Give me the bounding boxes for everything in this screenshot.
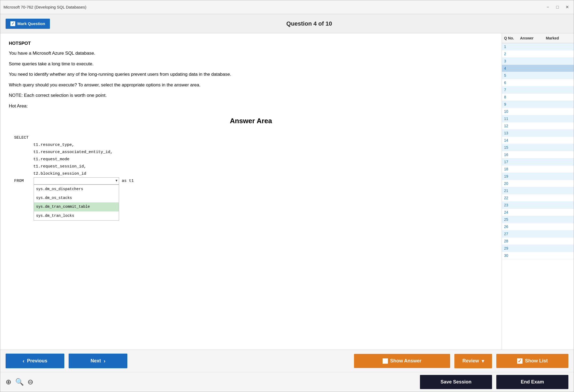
- sidebar-qno: 5: [504, 73, 520, 78]
- sidebar-marked: [546, 73, 572, 78]
- sidebar-row[interactable]: 2: [502, 50, 574, 58]
- sidebar-row[interactable]: 19: [502, 173, 574, 180]
- sidebar-row[interactable]: 5: [502, 72, 574, 79]
- zoom-controls: ⊕ 🔍 ⊖: [6, 378, 33, 386]
- review-label: Review: [462, 358, 479, 364]
- sidebar-answer: [520, 131, 546, 135]
- titlebar-controls: − □ ✕: [544, 4, 571, 11]
- mark-question-button[interactable]: Mark Question: [6, 19, 50, 29]
- sidebar-qno: 16: [504, 153, 520, 157]
- dropdown-option[interactable]: sys.dm_tran_commit_table: [34, 202, 119, 211]
- sidebar-answer: [520, 59, 546, 63]
- sidebar-qno: 23: [504, 203, 520, 207]
- sidebar-row[interactable]: 12: [502, 122, 574, 130]
- sidebar-row[interactable]: 25: [502, 216, 574, 223]
- close-button[interactable]: ✕: [564, 4, 571, 11]
- sidebar-row[interactable]: 21: [502, 187, 574, 194]
- sidebar-qno: 21: [504, 189, 520, 193]
- sidebar-qno: 18: [504, 167, 520, 171]
- sidebar-row[interactable]: 16: [502, 151, 574, 158]
- dropdown-option[interactable]: sys.dm_tran_locks: [34, 211, 119, 220]
- sidebar-qno: 30: [504, 253, 520, 258]
- sidebar-col-qno: Q No.: [504, 36, 520, 40]
- sidebar-row[interactable]: 4: [502, 65, 574, 72]
- dropdown-option[interactable]: sys.dm_os_stacks: [34, 194, 119, 202]
- sidebar-marked: [546, 196, 572, 200]
- sidebar-row[interactable]: 15: [502, 144, 574, 151]
- sidebar-body[interactable]: 1234567891011121314151617181920212223242…: [502, 43, 574, 350]
- previous-label: Previous: [27, 358, 47, 364]
- mark-question-label: Mark Question: [17, 21, 45, 26]
- sidebar-marked: [546, 153, 572, 157]
- sidebar-row[interactable]: 6: [502, 79, 574, 86]
- sidebar-row[interactable]: 27: [502, 230, 574, 238]
- app-window: Microsoft 70-762 (Developing SQL Databas…: [0, 0, 574, 392]
- question-paragraph: NOTE: Each correct selection is worth on…: [9, 92, 493, 99]
- next-button[interactable]: Next ›: [69, 354, 127, 368]
- question-title: Question 4 of 10: [50, 20, 568, 27]
- sidebar-row[interactable]: 7: [502, 86, 574, 94]
- sidebar-row[interactable]: 29: [502, 245, 574, 252]
- show-answer-button[interactable]: Show Answer: [354, 354, 450, 368]
- sidebar-row[interactable]: 20: [502, 180, 574, 187]
- sidebar-qno: 4: [504, 66, 520, 70]
- from-dropdown[interactable]: sys.dm_os_dispatcherssys.dm_os_stackssys…: [34, 177, 119, 185]
- sidebar-row[interactable]: 17: [502, 158, 574, 166]
- sidebar-marked: [546, 174, 572, 178]
- sidebar-row[interactable]: 8: [502, 94, 574, 101]
- save-session-label: Save Session: [441, 379, 471, 385]
- show-list-button[interactable]: ✓ Show List: [496, 354, 568, 368]
- sidebar-row[interactable]: 11: [502, 115, 574, 122]
- question-paragraph: Which query should you execute? To answe…: [9, 82, 493, 89]
- sidebar-qno: 12: [504, 124, 520, 128]
- sidebar-row[interactable]: 14: [502, 137, 574, 144]
- sidebar-answer: [520, 124, 546, 128]
- sidebar-row[interactable]: 23: [502, 202, 574, 209]
- zoom-in-button[interactable]: ⊕: [6, 378, 11, 386]
- sidebar-col-marked: Marked: [546, 36, 572, 40]
- sidebar-answer: [520, 160, 546, 164]
- sidebar-marked: [546, 45, 572, 49]
- review-button[interactable]: Review ▾: [454, 354, 492, 368]
- sidebar-qno: 28: [504, 239, 520, 243]
- sidebar-marked: [546, 66, 572, 70]
- maximize-button[interactable]: □: [554, 4, 561, 11]
- code-line: t1.resource_associated_entity_id,: [14, 149, 488, 156]
- dropdown-option[interactable]: sys.dm_os_dispatchers: [34, 185, 119, 194]
- sidebar-row[interactable]: 26: [502, 223, 574, 230]
- sidebar-marked: [546, 117, 572, 121]
- sidebar-answer: [520, 153, 546, 157]
- sidebar-row[interactable]: 28: [502, 238, 574, 245]
- next-arrow-icon: ›: [104, 358, 105, 364]
- sidebar-answer: [520, 81, 546, 85]
- sidebar-row[interactable]: 1: [502, 43, 574, 50]
- sidebar-answer: [520, 189, 546, 193]
- sidebar-row[interactable]: 10: [502, 108, 574, 115]
- sidebar-row[interactable]: 22: [502, 194, 574, 202]
- sidebar-row[interactable]: 3: [502, 58, 574, 65]
- zoom-reset-button[interactable]: 🔍: [15, 378, 24, 386]
- sidebar-row[interactable]: 30: [502, 252, 574, 259]
- sidebar-row[interactable]: 13: [502, 130, 574, 137]
- sidebar-qno: 25: [504, 217, 520, 222]
- dropdown-container[interactable]: sys.dm_os_dispatcherssys.dm_os_stackssys…: [34, 177, 119, 185]
- minimize-button[interactable]: −: [544, 4, 551, 11]
- save-session-button[interactable]: Save Session: [420, 375, 492, 389]
- sidebar-row[interactable]: 18: [502, 166, 574, 173]
- sidebar-qno: 3: [504, 59, 520, 63]
- end-exam-button[interactable]: End Exam: [496, 375, 568, 389]
- from-alias: as t1: [122, 177, 134, 185]
- main-content: HOTSPOT You have a Microsoft Azure SQL d…: [0, 33, 574, 350]
- sidebar-answer: [520, 66, 546, 70]
- zoom-out-button[interactable]: ⊖: [27, 378, 33, 386]
- window-title: Microsoft 70-762 (Developing SQL Databas…: [3, 5, 86, 9]
- question-paragraph: Hot Area:: [9, 103, 493, 110]
- previous-button[interactable]: ‹ Previous: [6, 354, 64, 368]
- from-keyword: FROM: [14, 177, 31, 185]
- sidebar-marked: [546, 102, 572, 106]
- question-text: You have a Microsoft Azure SQL database.…: [9, 50, 493, 109]
- next-label: Next: [91, 358, 101, 364]
- sidebar-row[interactable]: 24: [502, 209, 574, 216]
- sidebar: Q No. Answer Marked 12345678910111213141…: [502, 33, 574, 350]
- sidebar-row[interactable]: 9: [502, 101, 574, 108]
